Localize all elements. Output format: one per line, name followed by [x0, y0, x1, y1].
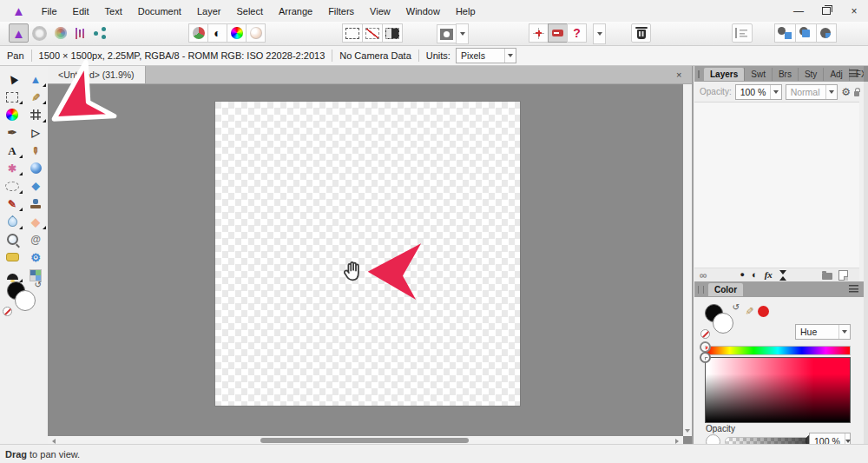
panel-grip-icon[interactable] — [698, 70, 700, 78]
node-tool[interactable]: ▷ — [24, 124, 48, 142]
geometry-intersect[interactable] — [816, 23, 837, 43]
zoom-tool[interactable] — [1, 231, 24, 249]
background-color-swatch[interactable] — [15, 290, 36, 311]
saturation-lightness-box[interactable] — [705, 357, 851, 423]
live-filter-layer[interactable] — [779, 269, 787, 281]
move-tool[interactable]: ▶ — [1, 70, 24, 89]
close-button[interactable]: × — [847, 4, 861, 18]
menu-item[interactable]: Select — [228, 6, 271, 17]
canvas-transparent-checker[interactable] — [215, 102, 520, 406]
swap-colors-icon[interactable]: ↺ — [733, 302, 740, 312]
menu-item[interactable]: File — [34, 6, 65, 17]
new-mask-button[interactable] — [437, 24, 457, 43]
layer-effects[interactable]: fx — [765, 269, 773, 281]
restore-button[interactable] — [819, 4, 833, 18]
color-model-select[interactable]: Hue — [795, 324, 851, 340]
triangle-tool-icon: ▲ — [30, 74, 42, 85]
layers-list-empty[interactable] — [694, 102, 859, 268]
minimize-button[interactable]: — — [792, 4, 806, 18]
delete-button[interactable] — [631, 23, 651, 43]
eyedropper-icon[interactable]: ✎ — [743, 307, 755, 315]
link-layers-icon: ∞ — [700, 270, 707, 281]
canvas-viewport[interactable] — [48, 84, 683, 436]
flood-fill-tool[interactable]: ◆ — [24, 177, 48, 195]
blend-options-gear-icon[interactable]: ⚙ — [841, 87, 851, 97]
tab-color[interactable]: Color — [708, 283, 743, 296]
picked-color-swatch[interactable] — [758, 306, 769, 317]
auto-levels[interactable] — [188, 23, 208, 43]
menu-item[interactable]: Window — [398, 6, 448, 17]
blend-mode-select[interactable]: Normal — [786, 84, 838, 100]
no-fill-icon[interactable] — [3, 307, 12, 316]
add-pixel-layer[interactable] — [838, 269, 848, 281]
invert-pixel-selection[interactable] — [382, 23, 403, 43]
photo-persona[interactable]: ▲ — [9, 23, 29, 43]
force-pixel-alignment[interactable] — [529, 23, 549, 43]
color-picker-tool[interactable]: ✎ — [24, 89, 48, 107]
fine-brush-tool[interactable]: ✏ — [24, 142, 48, 160]
marquee-selection-tool[interactable] — [1, 89, 24, 107]
geometry-add[interactable] — [774, 23, 796, 43]
export-persona[interactable] — [90, 23, 110, 43]
text-tool[interactable]: A — [1, 142, 24, 160]
alignment-button[interactable] — [732, 23, 753, 43]
snapping-dropdown[interactable] — [593, 23, 606, 44]
liquify-persona[interactable] — [29, 23, 50, 43]
healing-tool[interactable]: ◆ — [24, 213, 48, 231]
paint-mixer-brush-tool[interactable]: ✱ — [1, 160, 24, 178]
snapping-toggle[interactable]: ? — [567, 23, 587, 43]
menu-item[interactable]: View — [362, 6, 398, 17]
swap-colors-icon[interactable]: ↺ — [35, 280, 42, 289]
horizontal-scroll-thumb[interactable] — [260, 438, 469, 443]
panel-menu-icon[interactable] — [849, 69, 858, 77]
mask-layer[interactable]: ● — [740, 269, 745, 281]
saturation-handle[interactable] — [700, 352, 711, 363]
adjustment-layer[interactable]: ◐ — [752, 269, 758, 281]
menu-item[interactable]: Filters — [320, 6, 362, 17]
crop-tool[interactable] — [24, 106, 48, 124]
background-color-swatch[interactable] — [713, 313, 733, 334]
triangle-tool[interactable]: ▲ — [24, 70, 48, 89]
clone-stamp-tool[interactable] — [24, 195, 48, 214]
close-document-icon[interactable]: × — [671, 68, 685, 82]
menu-item[interactable]: Edit — [65, 6, 97, 17]
deselect[interactable] — [362, 23, 383, 43]
select-all[interactable] — [342, 23, 363, 43]
scroll-down-icon[interactable] — [685, 429, 690, 433]
menu-item[interactable]: Text — [97, 6, 130, 17]
move-by-whole-pixels[interactable] — [548, 23, 568, 43]
sphere-tool[interactable] — [24, 160, 48, 178]
mask-dropdown[interactable] — [456, 23, 469, 44]
link-layers[interactable]: ∞ — [700, 269, 707, 281]
develop-persona[interactable] — [50, 23, 70, 43]
tone-mapping-persona[interactable] — [70, 23, 90, 43]
panel-menu-icon[interactable] — [849, 285, 858, 293]
panel-scroll-thumb[interactable] — [864, 66, 868, 82]
auto-contrast[interactable]: ◐ — [207, 23, 227, 43]
menu-item[interactable]: Layer — [189, 6, 229, 17]
auto-colours[interactable] — [227, 23, 247, 43]
no-fill-icon[interactable] — [700, 329, 710, 339]
panel-grip-icon[interactable] — [698, 286, 704, 294]
blur-tool[interactable] — [1, 213, 24, 231]
sponge-tool[interactable] — [1, 248, 24, 267]
lock-layer-icon[interactable] — [854, 91, 859, 96]
geometry-subtract[interactable] — [795, 23, 817, 43]
color-wheel-tool[interactable] — [1, 106, 24, 124]
group-layers[interactable] — [822, 269, 832, 281]
paintbrush-tool[interactable]: ✎ — [1, 195, 24, 214]
menu-item[interactable]: Document — [130, 6, 189, 17]
layer-opacity-select[interactable]: 100 % — [735, 84, 782, 100]
lasso-selection-tool[interactable] — [1, 177, 24, 195]
panel-scrollbar[interactable] — [864, 66, 868, 445]
menu-item[interactable]: Arrange — [271, 6, 320, 17]
units-select[interactable]: Pixels — [456, 48, 516, 63]
hue-slider[interactable] — [705, 346, 851, 355]
auto-white-balance[interactable] — [246, 23, 266, 43]
menu-item[interactable]: Help — [448, 6, 483, 17]
document-tab[interactable]: <Untitled> (31.9%) — [48, 66, 146, 83]
smudge-tool[interactable]: @ — [24, 231, 48, 249]
vertical-scrollbar[interactable] — [683, 84, 692, 436]
gear-tool[interactable]: ⚙ — [24, 248, 48, 267]
pen-tool[interactable]: ✒ — [1, 124, 24, 142]
